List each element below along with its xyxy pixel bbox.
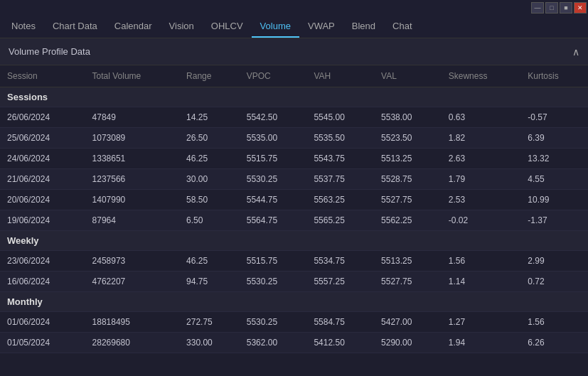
table-row[interactable]: 26/06/20244784914.255542.505545.005538.0… xyxy=(0,107,588,128)
cell-range: 58.50 xyxy=(179,190,240,210)
table-row[interactable]: 24/06/2024133865146.255515.755543.755513… xyxy=(0,149,588,169)
cell-total-volume: 1237566 xyxy=(85,169,180,190)
cell-vah: 5563.25 xyxy=(306,190,374,210)
cell-kurtosis: 6.26 xyxy=(520,333,588,353)
cell-vah: 5543.75 xyxy=(306,149,374,169)
section-label: Monthly xyxy=(0,292,588,312)
section-label: Sessions xyxy=(0,87,588,107)
table-row[interactable]: 23/06/2024245897346.255515.755534.755513… xyxy=(0,251,588,272)
cell-val: 5527.75 xyxy=(374,190,442,210)
cell-vpoc: 5530.25 xyxy=(240,312,307,333)
table-row[interactable]: 01/06/202418818495272.755530.255584.7554… xyxy=(0,312,588,333)
cell-session: 25/06/2024 xyxy=(0,128,85,149)
section-label: Weekly xyxy=(0,231,588,251)
minimize-button[interactable]: — xyxy=(531,2,544,14)
cell-range: 272.75 xyxy=(179,312,240,333)
cell-session: 20/06/2024 xyxy=(0,190,85,210)
cell-range: 46.25 xyxy=(179,251,240,272)
cell-range: 330.00 xyxy=(179,333,240,353)
close-button[interactable]: ✕ xyxy=(574,2,587,14)
table-row[interactable]: 01/05/202428269680330.005362.005412.5052… xyxy=(0,333,588,353)
cell-total-volume: 47849 xyxy=(85,107,180,128)
cell-range: 94.75 xyxy=(179,272,240,292)
cell-kurtosis: 1.56 xyxy=(520,312,588,333)
cell-total-volume: 4762207 xyxy=(85,272,180,292)
table-row[interactable]: 25/06/2024107308926.505535.005535.505523… xyxy=(0,128,588,149)
volume-profile-table: Session Total Volume Range VPOC VAH VAL … xyxy=(0,65,588,353)
cell-range: 46.25 xyxy=(179,149,240,169)
cell-session: 16/06/2024 xyxy=(0,272,85,292)
cell-vah: 5535.50 xyxy=(306,128,374,149)
cell-vah: 5545.00 xyxy=(306,107,374,128)
cell-kurtosis: 0.72 xyxy=(520,272,588,292)
cell-vpoc: 5530.25 xyxy=(240,272,307,292)
restore-button[interactable]: □ xyxy=(545,2,558,14)
cell-range: 6.50 xyxy=(179,210,240,231)
tab-blend[interactable]: Blend xyxy=(343,16,384,38)
cell-total-volume: 28269680 xyxy=(85,333,180,353)
title-bar: — □ ■ ✕ xyxy=(0,0,588,16)
cell-session: 24/06/2024 xyxy=(0,149,85,169)
table-row[interactable]: 20/06/2024140799058.505544.755563.255527… xyxy=(0,190,588,210)
cell-skewness: 1.14 xyxy=(442,272,521,292)
tab-notes[interactable]: Notes xyxy=(3,16,44,38)
cell-vpoc: 5564.75 xyxy=(240,210,307,231)
tab-chat[interactable]: Chat xyxy=(384,16,420,38)
table-row[interactable]: 19/06/2024879646.505564.755565.255562.25… xyxy=(0,210,588,231)
cell-total-volume: 1338651 xyxy=(85,149,180,169)
cell-val: 5427.00 xyxy=(374,312,442,333)
cell-session: 23/06/2024 xyxy=(0,251,85,272)
table-container: Session Total Volume Range VPOC VAH VAL … xyxy=(0,65,588,376)
cell-vpoc: 5535.00 xyxy=(240,128,307,149)
section-header-row: Sessions xyxy=(0,87,588,107)
col-header-kurtosis: Kurtosis xyxy=(520,65,588,87)
cell-range: 14.25 xyxy=(179,107,240,128)
tab-volume[interactable]: Volume xyxy=(252,16,299,38)
cell-skewness: 0.63 xyxy=(442,107,521,128)
cell-skewness: 1.79 xyxy=(442,169,521,190)
col-header-vah: VAH xyxy=(306,65,374,87)
col-header-range: Range xyxy=(179,65,240,87)
cell-val: 5527.75 xyxy=(374,272,442,292)
col-header-skewness: Skewness xyxy=(442,65,521,87)
section-header-row: Weekly xyxy=(0,231,588,251)
cell-total-volume: 2458973 xyxy=(85,251,180,272)
cell-skewness: 1.56 xyxy=(442,251,521,272)
tab-vision[interactable]: Vision xyxy=(161,16,203,38)
cell-skewness: 2.63 xyxy=(442,149,521,169)
cell-vah: 5534.75 xyxy=(306,251,374,272)
cell-session: 26/06/2024 xyxy=(0,107,85,128)
table-row[interactable]: 21/06/2024123756630.005530.255537.755528… xyxy=(0,169,588,190)
cell-val: 5513.25 xyxy=(374,149,442,169)
maximize-button[interactable]: ■ xyxy=(560,2,572,14)
tab-chart-data[interactable]: Chart Data xyxy=(44,16,106,38)
panel-title: Volume Profile Data xyxy=(9,46,90,57)
cell-total-volume: 18818495 xyxy=(85,312,180,333)
cell-session: 01/05/2024 xyxy=(0,333,85,353)
cell-vpoc: 5515.75 xyxy=(240,149,307,169)
cell-val: 5523.50 xyxy=(374,128,442,149)
panel-header[interactable]: Volume Profile Data ∧ xyxy=(0,38,588,65)
chevron-up-icon[interactable]: ∧ xyxy=(572,46,579,58)
cell-kurtosis: 4.55 xyxy=(520,169,588,190)
cell-kurtosis: 2.99 xyxy=(520,251,588,272)
cell-val: 5538.00 xyxy=(374,107,442,128)
cell-session: 21/06/2024 xyxy=(0,169,85,190)
table-row[interactable]: 16/06/2024476220794.755530.255557.255527… xyxy=(0,272,588,292)
tab-ohlcv[interactable]: OHLCV xyxy=(203,16,252,38)
tab-vwap[interactable]: VWAP xyxy=(299,16,343,38)
cell-vpoc: 5530.25 xyxy=(240,169,307,190)
cell-skewness: 1.27 xyxy=(442,312,521,333)
cell-vpoc: 5515.75 xyxy=(240,251,307,272)
cell-vpoc: 5544.75 xyxy=(240,190,307,210)
tab-calendar[interactable]: Calendar xyxy=(106,16,161,38)
cell-total-volume: 1073089 xyxy=(85,128,180,149)
cell-total-volume: 87964 xyxy=(85,210,180,231)
cell-val: 5562.25 xyxy=(374,210,442,231)
cell-session: 19/06/2024 xyxy=(0,210,85,231)
nav-tabs: Notes Chart Data Calendar Vision OHLCV V… xyxy=(0,16,588,38)
cell-kurtosis: 13.32 xyxy=(520,149,588,169)
cell-val: 5513.25 xyxy=(374,251,442,272)
col-header-session: Session xyxy=(0,65,85,87)
cell-session: 01/06/2024 xyxy=(0,312,85,333)
